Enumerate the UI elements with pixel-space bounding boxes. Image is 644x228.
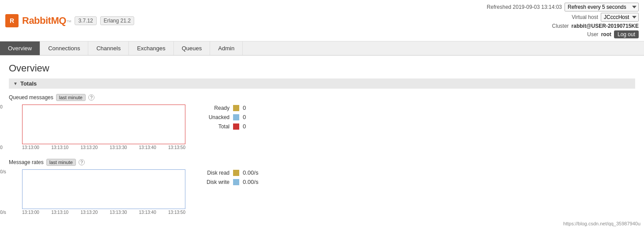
section-title: Totals — [20, 80, 37, 87]
stat-row-unacked: Unacked 0 — [199, 114, 246, 120]
nav-item-queues[interactable]: Queues — [174, 41, 211, 55]
logo-text: RabbitMQ™ — [22, 15, 71, 26]
message-rates-label: Message rates last minute ? — [9, 159, 635, 166]
rates-y-bottom: 0.0/s — [0, 210, 6, 215]
stat-row-disk-read: Disk read 0.00/s — [199, 169, 258, 176]
version-badge: 3.7.12 — [75, 16, 96, 25]
queued-chart-wrapper: 1.0 0.0 13:13:00 13:13:10 13:13:20 13:13… — [9, 105, 185, 150]
logo-icon: R — [5, 14, 19, 27]
total-color — [233, 123, 239, 130]
nav-item-connections[interactable]: Connections — [40, 41, 88, 55]
nav-item-exchanges[interactable]: Exchanges — [129, 41, 173, 55]
nav-item-admin[interactable]: Admin — [210, 41, 243, 55]
nav-bar: Overview Connections Channels Exchanges … — [0, 41, 644, 56]
message-rates-chart-row: 1.0/s 0.0/s 13:13:00 13:13:10 13:13:20 1… — [9, 169, 635, 215]
refresh-select[interactable]: Refresh every 5 seconds Refresh every 10… — [565, 3, 639, 11]
stat-row-ready: Ready 0 — [199, 105, 246, 111]
queued-messages-label: Queued messages last minute ? — [9, 94, 635, 101]
queued-stats-panel: Ready 0 Unacked 0 Total 0 — [199, 105, 246, 130]
ready-color — [233, 105, 239, 111]
disk-read-label: Disk read — [199, 170, 230, 176]
stat-row-total: Total 0 — [199, 123, 246, 130]
rates-stats-panel: Disk read 0.00/s Disk write 0.00/s — [199, 169, 258, 185]
disk-write-color — [233, 179, 239, 185]
cluster-row: Cluster rabbit@USER-20190715KE — [552, 23, 639, 29]
message-rates-help[interactable]: ? — [79, 159, 85, 165]
logo-area: R RabbitMQ™ 3.7.12 Erlang 21.2 — [5, 14, 134, 27]
rates-chart-wrapper: 1.0/s 0.0/s 13:13:00 13:13:10 13:13:20 1… — [9, 169, 185, 215]
footer-link: https://blog.csdn.net/qq_35987940u — [563, 221, 640, 226]
unacked-label: Unacked — [199, 114, 230, 120]
rates-x-labels: 13:13:00 13:13:10 13:13:20 13:13:30 13:1… — [22, 210, 185, 215]
disk-read-value: 0.00/s — [243, 169, 258, 176]
refresh-row: Refreshed 2019-09-03 13:14:03 Refresh ev… — [487, 3, 639, 11]
unacked-value: 0 — [243, 114, 246, 120]
page-title: Overview — [9, 63, 635, 74]
rates-y-top: 1.0/s — [0, 169, 6, 174]
disk-write-value: 0.00/s — [243, 179, 258, 185]
logout-button[interactable]: Log out — [614, 30, 639, 38]
total-value: 0 — [243, 123, 246, 130]
nav-item-channels[interactable]: Channels — [88, 41, 129, 55]
disk-write-label: Disk write — [199, 179, 230, 185]
queued-messages-chart-row: 1.0 0.0 13:13:00 13:13:10 13:13:20 13:13… — [9, 105, 635, 150]
vhost-select[interactable]: JCcccHost — [601, 13, 639, 22]
totals-section-header[interactable]: ▼ Totals — [9, 78, 635, 89]
ready-label: Ready — [199, 105, 230, 111]
stat-row-disk-write: Disk write 0.00/s — [199, 179, 258, 185]
disk-read-color — [233, 170, 239, 176]
queued-y-bottom: 0.0 — [0, 145, 3, 150]
refresh-label: Refreshed 2019-09-03 13:14:03 — [487, 4, 562, 10]
queued-chart-box — [22, 105, 185, 144]
content: Overview ▼ Totals Queued messages last m… — [0, 56, 644, 228]
top-right: Refreshed 2019-09-03 13:14:03 Refresh ev… — [487, 3, 639, 38]
user-row: User root Log out — [587, 30, 639, 38]
erlang-badge: Erlang 21.2 — [100, 16, 134, 25]
nav-item-overview[interactable]: Overview — [0, 41, 40, 55]
vhost-label: Virtual host — [572, 14, 598, 20]
ready-value: 0 — [243, 105, 246, 111]
message-rates-section: Message rates last minute ? 1.0/s 0.0/s … — [9, 159, 635, 215]
cluster-value: rabbit@USER-20190715KE — [572, 23, 639, 29]
queued-messages-badge[interactable]: last minute — [56, 94, 86, 101]
queued-messages-section: Queued messages last minute ? 1.0 0.0 13… — [9, 94, 635, 150]
top-bar: R RabbitMQ™ 3.7.12 Erlang 21.2 Refreshed… — [0, 0, 644, 41]
rates-chart-box — [22, 169, 185, 209]
unacked-color — [233, 114, 239, 120]
queued-y-top: 1.0 — [0, 105, 3, 109]
triangle-icon: ▼ — [13, 81, 18, 86]
cluster-label: Cluster — [552, 23, 569, 29]
user-value: root — [601, 31, 611, 37]
message-rates-badge[interactable]: last minute — [46, 159, 76, 166]
queued-messages-help[interactable]: ? — [88, 94, 94, 101]
queued-x-labels: 13:13:00 13:13:10 13:13:20 13:13:30 13:1… — [22, 145, 185, 150]
user-label: User — [587, 31, 598, 37]
total-label: Total — [199, 123, 230, 130]
vhost-row: Virtual host JCcccHost — [572, 13, 639, 22]
